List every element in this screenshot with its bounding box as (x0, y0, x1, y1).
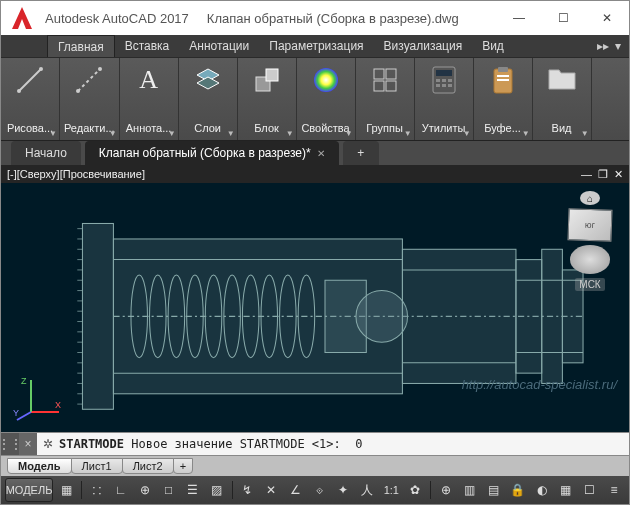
layout-tab-model[interactable]: Модель (7, 458, 72, 474)
svg-text:X: X (55, 400, 61, 410)
polar-icon[interactable]: ⊕ (134, 479, 156, 501)
calc-icon (428, 64, 460, 96)
filter-icon[interactable]: ⟐ (308, 479, 330, 501)
maximize-button[interactable]: ☐ (541, 1, 585, 35)
close-icon[interactable]: × (19, 433, 37, 455)
cleanscreen-icon[interactable]: ☐ (579, 479, 601, 501)
app-logo[interactable] (7, 4, 37, 32)
ribbon-properties[interactable]: Свойства▼ (297, 58, 356, 140)
annomon-icon[interactable]: ⊕ (435, 479, 457, 501)
svg-point-4 (76, 89, 80, 93)
drawing-content (36, 208, 614, 425)
app-title: Autodesk AutoCAD 2017 (45, 11, 189, 26)
quickprops-icon[interactable]: ▤ (483, 479, 505, 501)
gizmo-icon[interactable]: ✦ (332, 479, 354, 501)
ortho-icon[interactable]: ∟ (110, 479, 132, 501)
ribbon-clipboard[interactable]: Буфе...▼ (474, 58, 533, 140)
dynucs-icon[interactable]: ∠ (284, 479, 306, 501)
doc-tab-current[interactable]: Клапан обратный (Сборка в разрезе)* ✕ (85, 141, 339, 165)
transparency-icon[interactable]: ▨ (206, 479, 228, 501)
svg-rect-10 (386, 69, 396, 79)
menu-tab-annotate[interactable]: Аннотации (179, 35, 259, 57)
menu-tab-visualize[interactable]: Визуализация (374, 35, 473, 57)
osnap-icon[interactable]: □ (158, 479, 180, 501)
ribbon-draw[interactable]: Рисова...▼ (1, 58, 60, 140)
ribbon-modify[interactable]: Редакти...▼ (60, 58, 120, 140)
layers-icon (192, 64, 224, 96)
viewport-header: [-][Сверху][Просвечивание] — ❐ ✕ (1, 165, 629, 183)
lineweight-icon[interactable]: ☰ (182, 479, 204, 501)
groups-icon (369, 64, 401, 96)
ucs-label[interactable]: МСК (575, 278, 604, 291)
watermark: http://autocad-specialist.ru/ (462, 377, 617, 392)
svg-rect-20 (448, 84, 452, 87)
hardware-icon[interactable]: ▦ (555, 479, 577, 501)
svg-rect-7 (266, 69, 278, 81)
svg-line-71 (17, 412, 31, 420)
restore-viewport-icon[interactable]: ❐ (598, 168, 608, 181)
command-line[interactable]: ⋮⋮ × ✲ STARTMODE Новое значение STARTMOD… (1, 432, 629, 456)
snap-icon[interactable]: ⸬ (86, 479, 108, 501)
ribbon-minimize-icon[interactable]: ▾ (615, 39, 621, 53)
workspace-icon[interactable]: ✿ (404, 479, 426, 501)
3dosnap-icon[interactable]: ✕ (260, 479, 282, 501)
close-icon[interactable]: ✕ (317, 148, 325, 159)
drawing-canvas[interactable]: ⌂ юг МСК X Z Y http://autocad-specialist… (1, 183, 629, 432)
ribbon-groups[interactable]: Группы▼ (356, 58, 415, 140)
svg-rect-24 (497, 79, 509, 81)
navwheel-icon[interactable] (570, 245, 610, 274)
svg-point-58 (356, 291, 408, 343)
menu-tab-view[interactable]: Вид (472, 35, 514, 57)
menu-tab-insert[interactable]: Вставка (115, 35, 180, 57)
annoscale-icon[interactable]: 人 (356, 479, 378, 501)
ribbon: Рисова...▼ Редакти...▼ A Аннота...▼ Слои… (1, 57, 629, 141)
close-viewport-icon[interactable]: ✕ (614, 168, 623, 181)
menu-tabs: Главная Вставка Аннотации Параметризация… (1, 35, 629, 57)
svg-rect-12 (386, 81, 396, 91)
svg-rect-19 (442, 84, 446, 87)
units-icon[interactable]: ▥ (459, 479, 481, 501)
viewcube[interactable]: ⌂ юг МСК (561, 191, 619, 291)
svg-line-0 (19, 69, 41, 91)
close-button[interactable]: ✕ (585, 1, 629, 35)
layout-tab-sheet1[interactable]: Лист1 (71, 458, 123, 474)
cycle-icon[interactable]: ↯ (236, 479, 258, 501)
grip-icon[interactable]: ⋮⋮ (1, 433, 19, 455)
model-space-button[interactable]: МОДЕЛЬ (5, 478, 53, 502)
svg-rect-62 (516, 260, 542, 374)
scale-button[interactable]: 1:1 (380, 479, 402, 501)
viewcube-face[interactable]: юг (567, 209, 612, 243)
svg-rect-9 (374, 69, 384, 79)
minimize-viewport-icon[interactable]: — (581, 168, 592, 181)
play-icon[interactable]: ▸▸ (597, 39, 609, 53)
svg-line-3 (78, 69, 100, 91)
text-icon: A (133, 64, 165, 96)
svg-point-8 (314, 68, 338, 92)
ribbon-annotation[interactable]: A Аннота...▼ (120, 58, 179, 140)
ucs-icon: X Z Y (11, 372, 61, 422)
layout-tab-add[interactable]: + (173, 458, 193, 474)
doc-tab-start[interactable]: Начало (11, 141, 81, 165)
customize-icon[interactable]: ≡ (603, 479, 625, 501)
menu-tab-home[interactable]: Главная (47, 35, 115, 57)
svg-text:Z: Z (21, 376, 27, 386)
isolate-icon[interactable]: ◐ (531, 479, 553, 501)
lock-icon[interactable]: 🔒 (507, 479, 529, 501)
minimize-button[interactable]: ― (497, 1, 541, 35)
ribbon-layers[interactable]: Слои▼ (179, 58, 238, 140)
ribbon-utilities[interactable]: Утилиты▼ (415, 58, 474, 140)
viewport-controls[interactable]: [-][Сверху][Просвечивание] (7, 168, 145, 180)
menu-tab-parametric[interactable]: Параметризация (259, 35, 373, 57)
grid-icon[interactable]: ▦ (55, 479, 77, 501)
gear-icon[interactable]: ✲ (37, 437, 59, 451)
layout-tab-sheet2[interactable]: Лист2 (122, 458, 174, 474)
ribbon-block[interactable]: Блок▼ (238, 58, 297, 140)
svg-rect-15 (436, 79, 440, 82)
document-tabs: Начало Клапан обратный (Сборка в разрезе… (1, 141, 629, 165)
doc-tab-new[interactable]: + (343, 141, 379, 165)
edit-icon (73, 64, 105, 96)
line-icon (14, 64, 46, 96)
home-icon[interactable]: ⌂ (580, 191, 600, 205)
ribbon-view[interactable]: Вид▼ (533, 58, 592, 140)
svg-rect-17 (448, 79, 452, 82)
